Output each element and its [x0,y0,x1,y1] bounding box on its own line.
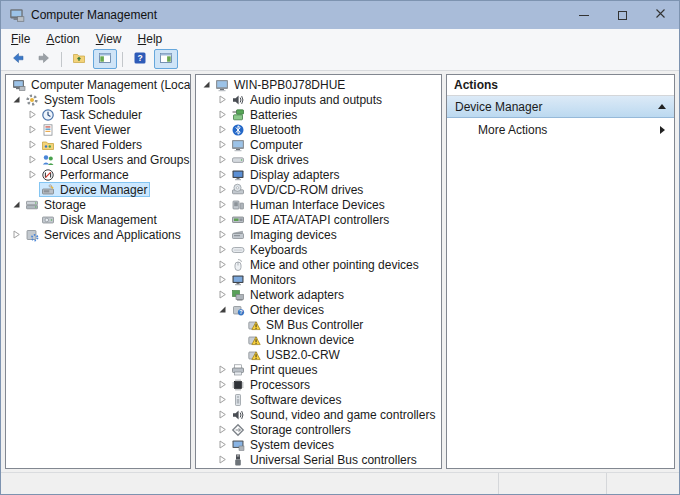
expander-collapsed-icon[interactable] [216,109,229,120]
console-tree-item-storage[interactable]: Storage [6,197,190,212]
device-tree-item-audio-inputs-and-outputs[interactable]: Audio inputs and outputs [196,92,441,107]
help-button[interactable]: ? [128,49,152,69]
expander-collapsed-icon[interactable] [26,124,39,135]
expander-expanded-icon[interactable] [10,199,23,210]
device-tree-item-mice-and-other-pointing-devices[interactable]: Mice and other pointing devices [196,257,441,272]
console-tree-item-system-tools[interactable]: System Tools [6,92,190,107]
expander-expanded-icon[interactable] [200,79,213,90]
expander-collapsed-icon[interactable] [216,289,229,300]
menu-view[interactable]: View [88,30,130,48]
show-hide-console-tree-button[interactable] [93,49,117,69]
item-box: Universal Serial Bus controllers [229,452,420,467]
tree-item-label: Monitors [248,273,298,287]
expander-collapsed-icon[interactable] [216,259,229,270]
menu-help[interactable]: Help [130,30,171,48]
content-area: Computer Management (Local)System ToolsT… [1,71,679,472]
expander-collapsed-icon[interactable] [216,244,229,255]
forward-button[interactable] [32,49,56,69]
device-tree-item-other-devices[interactable]: ?Other devices [196,302,441,317]
expander-collapsed-icon[interactable] [216,439,229,450]
device-tree-item-usb2-0-crw[interactable]: USB2.0-CRW [196,347,441,362]
expander-collapsed-icon[interactable] [216,229,229,240]
expander-expanded-icon[interactable] [216,304,229,315]
up-one-level-button[interactable] [67,49,91,69]
expander-collapsed-icon[interactable] [26,154,39,165]
device-tree-item-universal-serial-bus-controllers[interactable]: Universal Serial Bus controllers [196,452,441,467]
show-hide-action-pane-button[interactable] [154,49,178,69]
expander-collapsed-icon[interactable] [216,94,229,105]
expander-collapsed-icon[interactable] [216,184,229,195]
console-tree-item-device-manager[interactable]: Device Manager [6,182,190,197]
console-tree-item-performance[interactable]: Performance [6,167,190,182]
expander-collapsed-icon[interactable] [216,214,229,225]
expander-collapsed-icon[interactable] [216,364,229,375]
local-users-icon [41,153,55,167]
toolbar: ? [1,48,679,71]
device-tree-item-network-adapters[interactable]: Network adapters [196,287,441,302]
expander-collapsed-icon[interactable] [26,139,39,150]
svg-text:?: ? [137,53,142,63]
menu-bar: FileActionViewHelp [1,29,679,48]
expander-collapsed-icon[interactable] [26,109,39,120]
expander-collapsed-icon[interactable] [216,199,229,210]
expander-collapsed-icon[interactable] [216,274,229,285]
console-tree-item-services-and-applications[interactable]: Services and Applications [6,227,190,242]
menu-file[interactable]: File [3,30,38,48]
close-button[interactable] [641,1,679,29]
device-tree-item-software-devices[interactable]: Software devices [196,392,441,407]
console-tree-item-task-scheduler[interactable]: Task Scheduler [6,107,190,122]
device-tree-item-imaging-devices[interactable]: Imaging devices [196,227,441,242]
close-icon [655,8,666,22]
console-tree-item-disk-management[interactable]: Disk Management [6,212,190,227]
actions-group-device-manager[interactable]: Device Manager [447,96,674,118]
expander-collapsed-icon[interactable] [216,169,229,180]
device-tree-item-human-interface-devices[interactable]: Human Interface Devices [196,197,441,212]
console-tree-item-event-viewer[interactable]: Event Viewer [6,122,190,137]
expander-collapsed-icon[interactable] [216,409,229,420]
device-tree-item-sm-bus-controller[interactable]: SM Bus Controller [196,317,441,332]
task-scheduler-icon [41,108,55,122]
tree-item-label: Disk Management [58,213,159,227]
expander-collapsed-icon[interactable] [216,379,229,390]
maximize-button[interactable] [603,1,641,29]
expander-collapsed-icon[interactable] [216,154,229,165]
device-tree-item-print-queues[interactable]: Print queues [196,362,441,377]
more-actions-item[interactable]: More Actions [447,118,674,142]
console-tree-item-computer-management-local[interactable]: Computer Management (Local) [6,77,190,92]
menu-action[interactable]: Action [38,30,87,48]
device-tree-item-bluetooth[interactable]: Bluetooth [196,122,441,137]
tree-item-label: Unknown device [264,333,356,347]
device-tree-item-ide-ata-atapi-controllers[interactable]: IDE ATA/ATAPI controllers [196,212,441,227]
expander-collapsed-icon[interactable] [216,424,229,435]
expander-collapsed-icon[interactable] [216,139,229,150]
device-tree-item-monitors[interactable]: Monitors [196,272,441,287]
expander-collapsed-icon[interactable] [26,169,39,180]
console-tree-item-shared-folders[interactable]: Shared Folders [6,137,190,152]
back-button[interactable] [6,49,30,69]
expander-collapsed-icon[interactable] [216,454,229,465]
processor-icon [231,378,245,392]
device-tree-item-system-devices[interactable]: System devices [196,437,441,452]
item-box: Display adapters [229,167,342,182]
window-controls [565,1,679,29]
device-tree-item-win-bpb0j78dhue[interactable]: WIN-BPB0J78DHUE [196,77,441,92]
device-tree-item-unknown-device[interactable]: Unknown device [196,332,441,347]
device-tree-item-storage-controllers[interactable]: Storage controllers [196,422,441,437]
item-box: Computer Management (Local) [10,77,191,92]
expander-collapsed-icon[interactable] [10,229,23,240]
device-tree-item-sound-video-and-game-controllers[interactable]: Sound, video and game controllers [196,407,441,422]
expander-collapsed-icon[interactable] [216,124,229,135]
device-tree-item-computer[interactable]: Computer [196,137,441,152]
device-tree-item-keyboards[interactable]: Keyboards [196,242,441,257]
device-tree-item-batteries[interactable]: Batteries [196,107,441,122]
device-tree-item-display-adapters[interactable]: Display adapters [196,167,441,182]
titlebar[interactable]: Computer Management [1,1,679,29]
device-tree-item-dvd-cd-rom-drives[interactable]: DVD/CD-ROM drives [196,182,441,197]
console-tree-item-local-users-and-groups[interactable]: Local Users and Groups [6,152,190,167]
minimize-button[interactable] [565,1,603,29]
collapse-group-icon[interactable] [658,104,666,109]
expander-expanded-icon[interactable] [10,94,23,105]
expander-collapsed-icon[interactable] [216,394,229,405]
device-tree-item-disk-drives[interactable]: Disk drives [196,152,441,167]
device-tree-item-processors[interactable]: Processors [196,377,441,392]
